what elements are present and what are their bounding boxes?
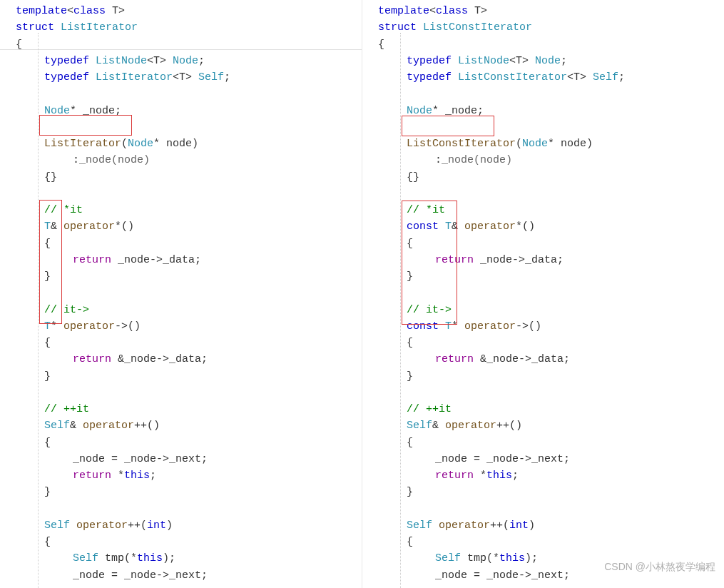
code: {} (16, 169, 362, 186)
code: typedef ListNode<T> Node; (378, 53, 724, 69)
code: { (378, 534, 724, 550)
code: { (16, 235, 362, 252)
code: { (378, 435, 724, 451)
code: template<class T> (16, 3, 362, 19)
blank (378, 584, 724, 588)
code: struct ListIterator (16, 19, 362, 36)
code: :_node(node) (16, 152, 362, 168)
code: { (378, 36, 724, 53)
blank (378, 119, 724, 136)
code: const T* operator->() (378, 318, 724, 335)
code: Node* _node; (16, 103, 362, 119)
watermark: CSDN @小林熬夜学编程 (604, 559, 715, 575)
code: } (378, 368, 724, 385)
code: _node = _node->_next; (16, 451, 362, 467)
code: } (378, 268, 724, 285)
code: Self tmp(*this); (16, 550, 362, 567)
code: { (378, 235, 724, 252)
code: _node = _node->_next; (16, 567, 362, 584)
code: { (16, 335, 362, 351)
code: } (16, 484, 362, 500)
code: T* operator->() (16, 318, 362, 335)
code: Node* _node; (378, 103, 724, 119)
code: ListIterator(Node* node) (16, 136, 362, 152)
code: { (16, 534, 362, 550)
blank (16, 285, 362, 301)
code: Self operator++(int) (16, 517, 362, 534)
code: Self& operator++() (378, 417, 724, 434)
code: return *this; (378, 467, 724, 484)
code: struct ListConstIterator (378, 19, 724, 36)
blank (378, 86, 724, 102)
code: T& operator*() (16, 218, 362, 235)
code-compare-root: template<class T> struct ListIterator { … (0, 0, 724, 588)
code: // *it (378, 202, 724, 218)
code: {} (378, 169, 724, 186)
code: { (378, 335, 724, 351)
code: { (16, 36, 362, 53)
blank (16, 119, 362, 136)
right-code-pane: template<class T> struct ListConstIterat… (362, 0, 724, 588)
code: typedef ListIterator<T> Self; (16, 69, 362, 86)
code: return _node->_data; (16, 252, 362, 268)
blank (378, 385, 724, 401)
blank (378, 186, 724, 202)
blank (16, 584, 362, 588)
code: ListConstIterator(Node* node) (378, 136, 724, 152)
blank (378, 285, 724, 301)
code: // ++it (378, 401, 724, 417)
code: const T& operator*() (378, 218, 724, 235)
code: // it-> (378, 302, 724, 318)
code: return *this; (16, 467, 362, 484)
code: } (16, 368, 362, 385)
left-code-pane: template<class T> struct ListIterator { … (0, 0, 362, 588)
code: { (16, 435, 362, 451)
blank (16, 501, 362, 517)
code: return &_node->_data; (16, 351, 362, 368)
code: typedef ListConstIterator<T> Self; (378, 69, 724, 86)
code: return &_node->_data; (378, 351, 724, 368)
code: // it-> (16, 302, 362, 318)
code: typedef ListNode<T> Node; (16, 53, 362, 69)
blank (16, 186, 362, 202)
blank (16, 86, 362, 102)
code: return _node->_data; (378, 252, 724, 268)
code: Self& operator++() (16, 417, 362, 434)
blank (378, 501, 724, 517)
code: Self operator++(int) (378, 517, 724, 534)
code: // *it (16, 202, 362, 218)
code: } (16, 268, 362, 285)
code: _node = _node->_next; (378, 451, 724, 467)
code: :_node(node) (378, 152, 724, 168)
code: } (378, 484, 724, 500)
code: template<class T> (378, 3, 724, 19)
code: // ++it (16, 401, 362, 417)
blank (16, 385, 362, 401)
